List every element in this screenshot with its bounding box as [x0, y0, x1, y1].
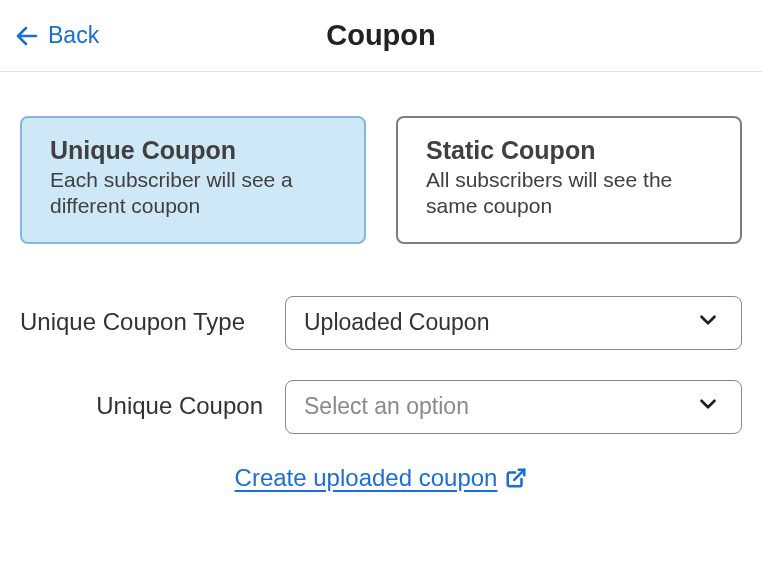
- chevron-down-icon: [695, 391, 721, 423]
- external-link-icon: [505, 467, 527, 489]
- create-link-text: Create uploaded coupon: [235, 464, 498, 492]
- row-unique-coupon: Unique Coupon Select an option: [20, 380, 742, 434]
- back-label: Back: [48, 22, 99, 49]
- back-button[interactable]: Back: [14, 22, 99, 49]
- coupon-type-cards: Unique Coupon Each subscriber will see a…: [20, 116, 742, 244]
- content-area: Unique Coupon Each subscriber will see a…: [0, 72, 762, 492]
- card-unique-coupon[interactable]: Unique Coupon Each subscriber will see a…: [20, 116, 366, 244]
- form: Unique Coupon Type Uploaded Coupon Uniqu…: [20, 296, 742, 492]
- card-unique-desc: Each subscriber will see a different cou…: [50, 167, 336, 220]
- card-static-coupon[interactable]: Static Coupon All subscribers will see t…: [396, 116, 742, 244]
- card-static-desc: All subscribers will see the same coupon: [426, 167, 712, 220]
- card-unique-title: Unique Coupon: [50, 136, 336, 165]
- select-unique-coupon[interactable]: Select an option: [285, 380, 742, 434]
- row-unique-coupon-type: Unique Coupon Type Uploaded Coupon: [20, 296, 742, 350]
- svg-line-1: [515, 469, 525, 479]
- chevron-down-icon: [695, 307, 721, 339]
- page-title: Coupon: [326, 19, 436, 52]
- select-unique-coupon-placeholder: Select an option: [304, 393, 469, 420]
- select-unique-coupon-type-value: Uploaded Coupon: [304, 309, 489, 336]
- card-static-title: Static Coupon: [426, 136, 712, 165]
- select-unique-coupon-type[interactable]: Uploaded Coupon: [285, 296, 742, 350]
- page-header: Back Coupon: [0, 0, 762, 72]
- create-uploaded-coupon-link[interactable]: Create uploaded coupon: [235, 464, 528, 492]
- label-unique-coupon: Unique Coupon: [20, 390, 285, 422]
- label-unique-coupon-type: Unique Coupon Type: [20, 306, 285, 338]
- create-link-row: Create uploaded coupon: [20, 464, 742, 492]
- arrow-left-icon: [14, 24, 38, 48]
